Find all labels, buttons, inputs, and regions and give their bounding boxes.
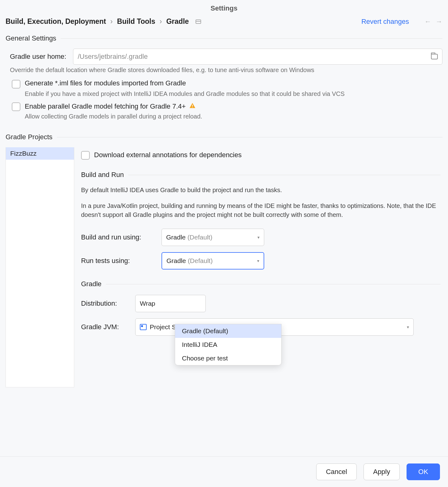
sdk-icon xyxy=(140,324,147,330)
divider xyxy=(61,38,442,39)
gradle-home-hint: Override the default location where Grad… xyxy=(10,67,442,74)
svg-rect-1 xyxy=(192,107,193,107)
generate-iml-label: Generate *.iml files for modules importe… xyxy=(25,79,186,87)
breadcrumb-item-2[interactable]: Build Tools xyxy=(117,17,155,26)
chevron-right-icon: › xyxy=(110,17,113,26)
tests-using-dropdown: Gradle (Default) IntelliJ IDEA Choose pe… xyxy=(175,324,282,365)
warning-icon xyxy=(189,102,196,109)
gradle-home-input[interactable] xyxy=(78,53,431,61)
gradle-jvm-label: Gradle JVM: xyxy=(81,323,135,331)
tests-using-select[interactable]: Gradle (Default) ▾ xyxy=(162,252,264,269)
forward-arrow-icon[interactable]: → xyxy=(436,18,442,26)
divider xyxy=(106,284,441,284)
build-using-label: Build and run using: xyxy=(81,233,162,241)
project-item-fizzbuzz[interactable]: FizzBuzz xyxy=(6,147,74,160)
download-annotations-checkbox[interactable] xyxy=(81,151,90,160)
distribution-select[interactable]: Wrap xyxy=(135,295,206,312)
parallel-fetch-hint: Allow collecting Gradle models in parall… xyxy=(25,113,442,120)
projects-list: FizzBuzz xyxy=(6,147,74,387)
cancel-button[interactable]: Cancel xyxy=(316,463,356,480)
apply-button[interactable]: Apply xyxy=(364,463,400,480)
breadcrumb: Build, Execution, Deployment › Build Too… xyxy=(6,17,361,26)
dropdown-option-gradle-default[interactable]: Gradle (Default) xyxy=(175,324,281,338)
breadcrumb-item-1[interactable]: Build, Execution, Deployment xyxy=(6,17,106,26)
gradle-home-label: Gradle user home: xyxy=(10,53,66,61)
svg-rect-0 xyxy=(192,105,193,106)
generate-iml-hint: Enable if you have a mixed project with … xyxy=(25,90,442,97)
gradle-home-input-wrap[interactable] xyxy=(73,49,442,65)
chevron-down-icon: ▾ xyxy=(257,258,259,263)
breadcrumb-item-3[interactable]: Gradle xyxy=(166,17,189,26)
chevron-down-icon: ▾ xyxy=(257,235,260,240)
section-build-and-run: Build and Run xyxy=(81,171,124,179)
chevron-down-icon: ▾ xyxy=(407,325,409,330)
back-arrow-icon[interactable]: ← xyxy=(424,18,431,26)
dropdown-option-intellij[interactable]: IntelliJ IDEA xyxy=(175,338,281,351)
chevron-right-icon: › xyxy=(160,17,162,26)
folder-icon[interactable] xyxy=(431,54,438,59)
section-general-settings: General Settings xyxy=(6,34,56,42)
ok-button[interactable]: OK xyxy=(407,463,440,480)
divider xyxy=(57,137,442,137)
tests-using-label: Run tests using: xyxy=(81,257,162,265)
section-gradle: Gradle xyxy=(81,280,101,288)
settings-title: Settings xyxy=(0,0,448,17)
build-using-select[interactable]: Gradle (Default) ▾ xyxy=(162,229,264,246)
dropdown-option-choose-per-test[interactable]: Choose per test xyxy=(175,351,281,365)
parallel-fetch-checkbox[interactable] xyxy=(12,102,20,111)
window-icon[interactable] xyxy=(196,19,201,24)
divider xyxy=(128,175,441,175)
section-gradle-projects: Gradle Projects xyxy=(6,133,53,141)
download-annotations-label: Download external annotations for depend… xyxy=(94,151,242,159)
build-run-desc-1: By default IntelliJ IDEA uses Gradle to … xyxy=(81,186,441,195)
build-run-desc-2: In a pure Java/Kotlin project, building … xyxy=(81,201,441,219)
revert-changes-link[interactable]: Revert changes xyxy=(361,18,409,26)
generate-iml-checkbox[interactable] xyxy=(12,80,20,88)
distribution-label: Distribution: xyxy=(81,300,135,308)
parallel-fetch-label: Enable parallel Gradle model fetching fo… xyxy=(25,102,196,110)
